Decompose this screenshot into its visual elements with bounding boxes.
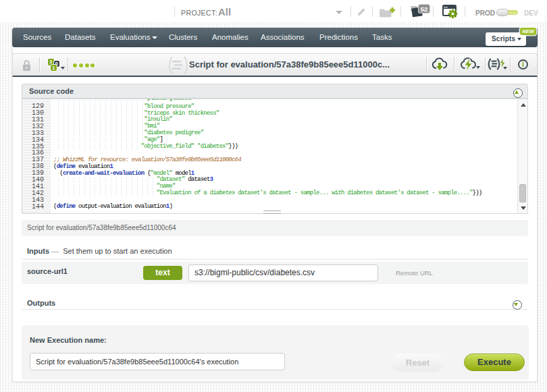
svg-text:52: 52	[421, 5, 428, 13]
